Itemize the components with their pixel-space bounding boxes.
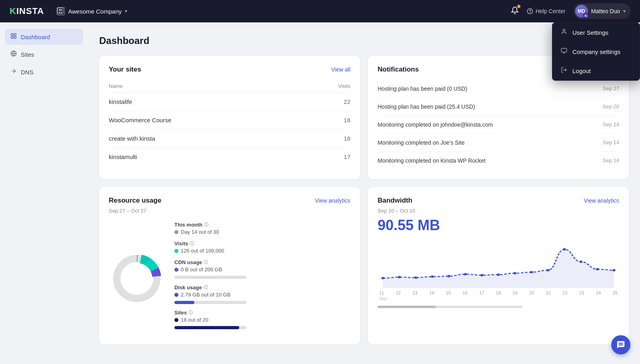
svg-rect-12: [14, 34, 16, 36]
table-row: kinstamulti17: [109, 148, 350, 166]
topnav-right: Help Center MD K Matteo Duo ▾: [511, 3, 630, 19]
bandwidth-chart: [378, 240, 619, 288]
dropdown-item-company-settings[interactable]: Company settings: [552, 42, 640, 61]
chart-x-label: 21: [546, 290, 551, 295]
topnav: KINSTA Awesome Company ▾: [0, 0, 640, 22]
sidebar-item-dns[interactable]: DNS: [5, 64, 83, 80]
svg-rect-2: [59, 12, 60, 13]
chart-x-label: 25: [613, 290, 618, 295]
chart-x-label: 18: [496, 290, 501, 295]
site-name: WooCommerce Course: [109, 111, 311, 129]
stat-this-month: This month ⓘ Day 14 out of 30: [174, 222, 350, 235]
dropdown-item-user-settings[interactable]: User Settings: [552, 23, 640, 42]
user-chevron-icon: ▾: [623, 8, 626, 14]
your-sites-view-all-link[interactable]: View all: [331, 66, 350, 73]
visits-dot: [174, 249, 178, 253]
site-visits: 17: [311, 148, 350, 166]
chart-x-label: 14: [429, 290, 434, 295]
svg-point-27: [447, 275, 450, 277]
chart-x-label: 16: [462, 290, 467, 295]
notification-text: Monitoring completed on Joe's Site: [378, 139, 596, 146]
resource-usage-view-analytics-link[interactable]: View analytics: [315, 197, 350, 204]
table-row: WooCommerce Course18: [109, 111, 350, 129]
site-visits: 18: [311, 129, 350, 148]
table-row: create with kinsta18: [109, 129, 350, 148]
svg-rect-3: [61, 12, 62, 13]
svg-rect-7: [561, 48, 566, 52]
chart-x-label: 24: [596, 290, 601, 295]
svg-point-6: [563, 29, 565, 31]
your-sites-header: Your sites View all: [109, 66, 350, 74]
stat-visits: Visits ⓘ 126 out of 100,000: [174, 241, 350, 254]
sidebar-sites-label: Sites: [21, 51, 34, 58]
this-month-info-icon[interactable]: ⓘ: [204, 222, 208, 228]
list-item: Monitoring completed on Kinsta WP Rocket…: [378, 152, 619, 169]
disk-info-icon[interactable]: ⓘ: [204, 284, 208, 290]
cdn-value: 0 B out of 200 GB: [181, 267, 222, 273]
dropdown-item-logout[interactable]: Logout: [552, 61, 640, 80]
bandwidth-title: Bandwidth: [378, 197, 412, 205]
company-selector[interactable]: Awesome Company ▾: [57, 7, 127, 15]
logout-icon: [560, 67, 568, 75]
chart-x-label: 15: [446, 290, 451, 295]
svg-point-28: [464, 273, 467, 275]
svg-point-22: [122, 263, 152, 294]
notification-date: Sep 14: [603, 121, 619, 127]
dashboard-icon: [10, 33, 17, 41]
notification-badge: [517, 5, 520, 8]
company-name: Awesome Company: [68, 8, 122, 15]
sidebar-item-dashboard[interactable]: Dashboard: [5, 29, 83, 45]
notification-text: Hosting plan has been paid (25.4 USD): [378, 103, 596, 110]
site-visits: 18: [311, 111, 350, 129]
resource-content: This month ⓘ Day 14 out of 30 Visits: [109, 222, 350, 335]
visits-info-icon[interactable]: ⓘ: [190, 241, 194, 247]
chart-x-label: 13: [412, 290, 417, 295]
cdn-dot: [174, 268, 178, 272]
donut-chart: [109, 251, 165, 306]
chart-x-label: 23: [579, 290, 584, 295]
table-row: kinstalife22: [109, 93, 350, 111]
chart-sublabel: Sep: [378, 296, 619, 301]
user-menu-button[interactable]: MD K Matteo Duo ▾: [574, 3, 630, 19]
avatar: MD K: [575, 5, 588, 18]
notifications-bell-button[interactable]: [511, 6, 519, 16]
bandwidth-header: Bandwidth View analytics: [378, 197, 619, 205]
sites-icon: [10, 50, 17, 58]
resource-usage-header: Resource usage View analytics: [109, 197, 350, 205]
svg-point-36: [596, 268, 599, 271]
site-name: kinstalife: [109, 93, 311, 111]
chart-x-label: 22: [563, 290, 568, 295]
sites-col-visits: Visits: [311, 80, 350, 93]
stat-cdn: CDN usage ⓘ 0 B out of 200 GB: [174, 259, 350, 279]
bandwidth-value: 90.55 MB: [378, 217, 619, 234]
svg-rect-11: [11, 34, 13, 36]
chat-bubble-button[interactable]: [611, 335, 630, 354]
your-sites-title: Your sites: [109, 66, 141, 74]
chart-x-label: 19: [513, 290, 518, 295]
bandwidth-view-analytics-link[interactable]: View analytics: [584, 197, 619, 204]
sidebar-item-sites[interactable]: Sites: [5, 46, 83, 62]
top-cards-row: Your sites View all Name Visits kinstali…: [99, 56, 629, 179]
sites-info-icon[interactable]: ⓘ: [188, 310, 193, 316]
visits-label: Visits: [174, 241, 188, 247]
sidebar-dns-label: DNS: [21, 69, 34, 76]
site-name: kinstamulti: [109, 148, 311, 166]
list-item: Hosting plan has been paid (25.4 USD)Sep…: [378, 98, 619, 116]
resource-usage-title: Resource usage: [109, 197, 161, 205]
cdn-label: CDN usage: [174, 259, 202, 265]
notifications-list: Hosting plan has been paid (0 USD)Sep 27…: [378, 80, 619, 169]
help-center-button[interactable]: Help Center: [527, 8, 566, 14]
svg-point-26: [431, 275, 434, 278]
disk-label: Disk usage: [174, 284, 202, 290]
company-icon: [57, 7, 65, 15]
svg-point-23: [381, 277, 384, 279]
this-month-value: Day 14 out of 30: [181, 229, 219, 235]
notification-date: Sep 14: [603, 157, 619, 163]
notification-date: Sep 20: [603, 103, 619, 109]
list-item: Monitoring completed on johndoe@kinsta.c…: [378, 116, 619, 134]
cdn-info-icon[interactable]: ⓘ: [204, 259, 208, 265]
bandwidth-scrollbar[interactable]: [378, 306, 522, 308]
your-sites-card: Your sites View all Name Visits kinstali…: [99, 56, 360, 179]
notification-date: Sep 14: [603, 139, 619, 145]
disk-value: 2.79 GB out of 10 GB: [181, 292, 230, 298]
